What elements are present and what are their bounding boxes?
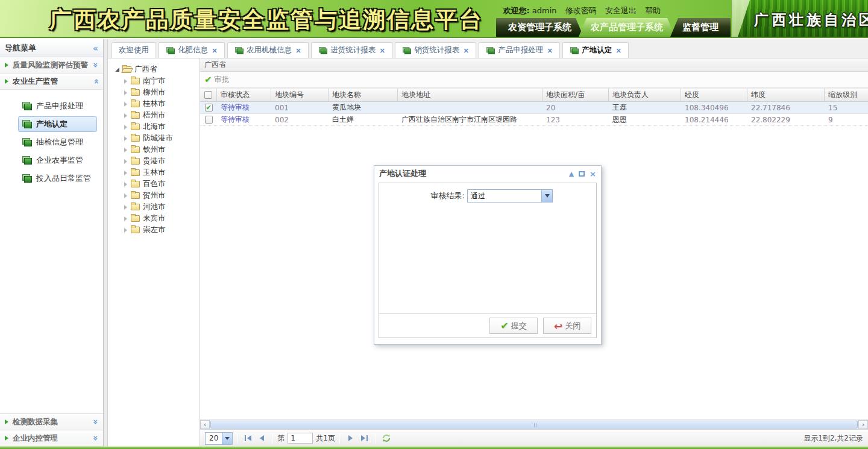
sidebar-section-agri-production[interactable]: 农业生产监管 » bbox=[0, 74, 103, 90]
tab-purchase-report[interactable]: 进货统计报表 × bbox=[311, 42, 392, 58]
chevron-up-icon[interactable]: » bbox=[90, 78, 100, 84]
sidebar-item-product-declaration[interactable]: 产品申报处理 bbox=[18, 98, 97, 114]
page-size-select[interactable]: 20 bbox=[205, 432, 233, 445]
table-row[interactable]: ✔ 等待审核 001 黄瓜地块 20 王磊 108.340496 22.7178… bbox=[200, 102, 868, 114]
maximize-dialog-icon[interactable] bbox=[579, 171, 585, 177]
col-header-plot-area[interactable]: 地块面积/亩 bbox=[542, 89, 609, 101]
tab-close-icon[interactable]: × bbox=[379, 46, 385, 55]
next-page-button[interactable] bbox=[344, 432, 357, 444]
tree-node-city[interactable]: 玉林市 bbox=[121, 167, 200, 178]
tree-collapsed-icon[interactable] bbox=[124, 113, 127, 118]
sidebar-item-sampling-info[interactable]: 抽检信息管理 bbox=[18, 134, 97, 150]
tree-collapsed-icon[interactable] bbox=[124, 125, 127, 130]
col-header-plot-name[interactable]: 地块名称 bbox=[329, 89, 398, 101]
dialog-titlebar[interactable]: 产地认证处理 ▲ × bbox=[374, 166, 601, 181]
dropdown-arrow-icon[interactable] bbox=[222, 433, 232, 444]
chevron-down-icon[interactable]: » bbox=[90, 419, 100, 424]
subsystem-tab-supervision[interactable]: 监督管理 bbox=[670, 18, 731, 37]
prev-page-button[interactable] bbox=[255, 432, 268, 444]
tree-node-city[interactable]: 崇左市 bbox=[121, 224, 200, 236]
tree-node-city[interactable]: 桂林市 bbox=[121, 98, 200, 110]
sidebar-collapse-icon[interactable]: « bbox=[93, 43, 98, 53]
tab-fertilizer-info[interactable]: 化肥信息 × bbox=[159, 42, 225, 58]
tree-collapsed-icon[interactable] bbox=[124, 228, 127, 233]
tree-collapsed-icon[interactable] bbox=[124, 171, 127, 175]
review-result-select[interactable]: 通过 bbox=[467, 189, 553, 203]
refresh-button[interactable] bbox=[380, 432, 393, 444]
col-header-plot-address[interactable]: 地块地址 bbox=[398, 89, 542, 101]
scroll-right-arrow[interactable]: › bbox=[858, 420, 868, 429]
sidebar-item-input-daily-supervision[interactable]: 投入品日常监管 bbox=[18, 171, 97, 186]
tab-close-icon[interactable]: × bbox=[547, 46, 553, 55]
sidebar-section-risk-warning[interactable]: 质量风险监测评估预警 » bbox=[0, 57, 103, 74]
col-header-plot-code[interactable]: 地块编号 bbox=[271, 89, 329, 101]
tree-expanded-icon[interactable] bbox=[115, 68, 119, 72]
col-header-zoom-level[interactable]: 缩放级别 bbox=[825, 89, 868, 101]
scrollbar-thumb[interactable] bbox=[210, 421, 858, 429]
tree-node-city[interactable]: 南宁市 bbox=[121, 75, 200, 87]
approve-button[interactable]: ✔ 审批 bbox=[204, 74, 230, 85]
last-page-button[interactable] bbox=[357, 432, 371, 444]
tree-node-city[interactable]: 钦州市 bbox=[121, 144, 200, 155]
tab-sales-report[interactable]: 销货统计报表 × bbox=[395, 42, 476, 58]
change-password-link[interactable]: 修改密码 bbox=[565, 6, 597, 15]
tree-collapsed-icon[interactable] bbox=[124, 193, 127, 198]
tree-node-city[interactable]: 百色市 bbox=[121, 178, 200, 190]
tree-collapsed-icon[interactable] bbox=[124, 79, 127, 84]
tab-welcome[interactable]: 欢迎使用 bbox=[112, 42, 156, 58]
sidebar-section-internal-control[interactable]: 企业内控管理 » bbox=[0, 430, 103, 447]
sidebar-splitter[interactable] bbox=[104, 39, 108, 447]
submit-button[interactable]: ✔ 提交 bbox=[489, 318, 538, 334]
tree-collapsed-icon[interactable] bbox=[124, 102, 127, 107]
tab-origin-certification[interactable]: 产地认定 × bbox=[562, 42, 629, 58]
tab-close-icon[interactable]: × bbox=[463, 46, 469, 55]
tab-close-icon[interactable]: × bbox=[615, 46, 621, 55]
sidebar-section-test-data[interactable]: 检测数据采集 » bbox=[0, 414, 103, 430]
tree-node-city[interactable]: 梧州市 bbox=[121, 110, 200, 121]
col-header-latitude[interactable]: 纬度 bbox=[747, 89, 825, 101]
tree-collapsed-icon[interactable] bbox=[124, 159, 127, 164]
cell-status[interactable]: 等待审核 bbox=[217, 102, 271, 113]
tree-node-city[interactable]: 河池市 bbox=[121, 201, 200, 213]
tree-node-city[interactable]: 贵港市 bbox=[121, 155, 200, 167]
tree-node-city[interactable]: 来宾市 bbox=[121, 213, 200, 224]
tree-node-city[interactable]: 防城港市 bbox=[121, 133, 200, 144]
tree-collapsed-icon[interactable] bbox=[124, 148, 127, 152]
scrollbar-track[interactable] bbox=[210, 420, 858, 429]
chevron-down-icon[interactable]: » bbox=[90, 62, 100, 68]
tree-collapsed-icon[interactable] bbox=[124, 90, 127, 95]
tree-node-city[interactable]: 贺州市 bbox=[121, 190, 200, 201]
col-header-plot-manager[interactable]: 地块负责人 bbox=[609, 89, 681, 101]
close-dialog-icon[interactable]: × bbox=[590, 171, 596, 177]
select-all-checkbox[interactable] bbox=[204, 91, 212, 99]
close-button[interactable]: ↩ 关闭 bbox=[543, 318, 591, 334]
table-row[interactable]: 等待审核 002 白土婵 广西壮族自治区南宁市江南区堤园路 123 恩恩 108… bbox=[200, 114, 868, 126]
tab-close-icon[interactable]: × bbox=[212, 46, 218, 55]
col-header-longitude[interactable]: 经度 bbox=[681, 89, 747, 101]
sidebar-item-origin-certification[interactable]: 产地认定 bbox=[18, 116, 97, 132]
tab-product-declaration[interactable]: 产品申报处理 × bbox=[479, 42, 560, 58]
tree-collapsed-icon[interactable] bbox=[124, 182, 127, 187]
subsystem-tab-agri-products[interactable]: 农产品管理子系统 bbox=[579, 18, 675, 37]
tree-node-city[interactable]: 柳州市 bbox=[121, 87, 200, 98]
tab-machinery-info[interactable]: 农用机械信息 × bbox=[227, 42, 309, 58]
tree-collapsed-icon[interactable] bbox=[124, 216, 127, 221]
row-checkbox[interactable] bbox=[205, 116, 213, 124]
col-header-status[interactable]: 审核状态 bbox=[217, 89, 271, 101]
cell-status[interactable]: 等待审核 bbox=[217, 115, 271, 125]
tree-root-guangxi[interactable]: 广西省 bbox=[113, 64, 200, 75]
collapse-dialog-icon[interactable]: ▲ bbox=[569, 171, 574, 177]
sidebar-item-enterprise-farming[interactable]: 企业农事监管 bbox=[18, 152, 97, 168]
page-number-input[interactable] bbox=[288, 433, 313, 444]
tab-close-icon[interactable]: × bbox=[295, 46, 301, 55]
tree-node-city[interactable]: 北海市 bbox=[121, 121, 200, 133]
logout-link[interactable]: 安全退出 bbox=[605, 6, 637, 15]
row-checkbox[interactable]: ✔ bbox=[205, 104, 213, 111]
tree-collapsed-icon[interactable] bbox=[124, 136, 127, 141]
tree-collapsed-icon[interactable] bbox=[124, 205, 127, 210]
help-link[interactable]: 帮助 bbox=[645, 6, 661, 15]
first-page-button[interactable] bbox=[242, 432, 255, 444]
scroll-left-arrow[interactable]: ‹ bbox=[200, 420, 210, 429]
dropdown-arrow-icon[interactable] bbox=[541, 190, 552, 202]
subsystem-tab-agri-materials[interactable]: 农资管理子系统 bbox=[496, 18, 583, 37]
